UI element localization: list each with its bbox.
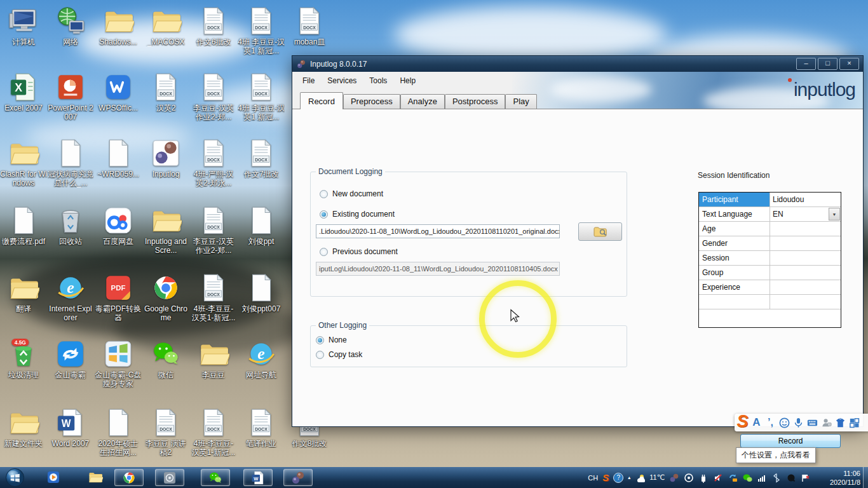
radio-icon[interactable] [316, 351, 324, 359]
session-field-cell[interactable]: Gender [699, 236, 770, 250]
menu-item-help[interactable]: Help [393, 73, 422, 88]
desktop-icon[interactable]: e网址导航 [238, 338, 285, 379]
profile-icon[interactable] [820, 416, 832, 430]
bluetooth-icon[interactable] [771, 473, 782, 483]
desktop-icon[interactable]: Shadows... [95, 5, 142, 46]
volume-muted-icon[interactable] [713, 473, 723, 483]
desktop-icon[interactable]: DOCX4班-李豆豆-汉英1-新冠... [190, 272, 237, 322]
session-value-cell[interactable]: Lidoudou [770, 193, 841, 207]
session-value-cell[interactable] [770, 266, 841, 280]
desktop-icon[interactable]: DOCX作文6批改 [190, 5, 237, 46]
temperature[interactable]: 11℃ [649, 473, 665, 482]
ime-indicator[interactable]: CH [588, 474, 598, 482]
existing-document-radio[interactable]: Existing document [320, 210, 395, 219]
desktop-icon[interactable]: DOCX李豆豆 演讲稿2 [142, 407, 189, 457]
desktop-icon[interactable]: DOCX作文7批改 [238, 137, 285, 179]
taskbar-button-windows-media-player[interactable] [46, 470, 62, 486]
desktop-icon[interactable]: DOCX4班-李豆豆-汉英1-新冠... [190, 407, 237, 457]
previous-document-path-field[interactable]: iputLog\Lidoudou\2020-11-08_11\WordLog_L… [316, 262, 560, 276]
taskbar-button-chrome[interactable] [114, 469, 144, 486]
none-radio[interactable]: None [316, 336, 347, 344]
desktop-icon[interactable]: 金山毒霸-C盘瘦身专家 [95, 338, 142, 388]
desktop-icon[interactable]: 4.5G垃圾清理 [0, 338, 47, 379]
tab-postprocess[interactable]: Postprocess [445, 94, 506, 109]
desktop-icon[interactable]: 刘俊ppt007 [238, 272, 285, 313]
desktop-icon[interactable]: Inputlog and Scre... [142, 205, 189, 255]
desktop-icon[interactable]: 新建文件夹 [0, 407, 47, 448]
taskbar-button-wechat[interactable] [201, 469, 230, 486]
menu-item-services[interactable]: Services [321, 73, 363, 88]
sync-icon[interactable] [728, 473, 738, 483]
session-value-cell[interactable] [770, 295, 841, 309]
taskbar-button-inputlog[interactable] [283, 469, 313, 486]
desktop-icon[interactable]: DOCX4班 李豆豆-汉英1 新冠... [238, 5, 285, 55]
desktop-icon[interactable]: 刘俊ppt [238, 205, 285, 246]
minimize-button[interactable]: – [796, 58, 816, 70]
desktop-icon[interactable]: DOCX4班-严熙-汉英2-郑永... [190, 137, 237, 187]
toolbox-icon[interactable] [848, 416, 860, 430]
start-button[interactable] [5, 468, 25, 487]
dropdown-button[interactable]: ▼ [829, 208, 840, 220]
new-document-radio[interactable]: New document [320, 189, 383, 198]
taskbar-button-word[interactable]: W [243, 469, 273, 486]
desktop-icon[interactable]: XExcel 2007 [0, 71, 47, 112]
punctuation-icon[interactable]: ’, [764, 416, 776, 430]
taskbar-button-explorer[interactable] [88, 470, 104, 486]
help-icon[interactable]: ? [613, 473, 623, 483]
desktop-icon[interactable]: DOCXmoban皿 [286, 5, 333, 46]
show-desktop-button[interactable] [863, 467, 868, 488]
existing-document-path-field[interactable]: .Lidoudou\2020-11-08_10\WordLog_Lidoudou… [316, 224, 560, 238]
desktop-icon[interactable]: 翻译 [0, 272, 47, 313]
taskbar-clock[interactable]: 11:06 2020/11/8 [830, 469, 860, 487]
maximize-button[interactable]: □ [818, 58, 837, 70]
action-center-icon[interactable] [801, 473, 811, 483]
desktop-icon[interactable]: PowerPoint 2007 [47, 71, 94, 121]
desktop-icon[interactable]: 李豆豆 [190, 338, 237, 379]
desktop-icon[interactable]: _MACOSX [142, 5, 189, 46]
copy-task-radio[interactable]: Copy task [316, 350, 362, 359]
sogou-tray-icon[interactable]: S [602, 472, 609, 483]
desktop-icon[interactable]: 2020年硕士生招生网... [95, 407, 142, 457]
desktop-icon[interactable]: 微信 [142, 338, 189, 379]
browse-button[interactable] [578, 222, 622, 241]
hidden-icons-arrow[interactable]: ▴ [628, 475, 630, 480]
tab-record[interactable]: Record [300, 92, 343, 109]
desktop-icon[interactable]: 金山毒霸 [47, 338, 94, 379]
tab-preprocess[interactable]: Preprocess [343, 94, 400, 109]
skin-icon[interactable] [834, 416, 846, 430]
session-field-cell[interactable]: Age [699, 222, 770, 236]
desktop-icon[interactable]: DOCX4班 李豆豆-汉英1 新冠... [238, 71, 285, 121]
session-value-cell[interactable] [770, 251, 841, 265]
desktop-icon[interactable]: ClashR for Windows [0, 137, 47, 187]
previous-document-radio[interactable]: Previous document [320, 247, 398, 256]
desktop-icon[interactable]: WWord 2007 [47, 407, 94, 448]
radio-icon-selected[interactable] [320, 210, 328, 219]
desktop-icon[interactable]: 回收站 [47, 205, 94, 246]
session-value-cell[interactable] [770, 280, 841, 294]
close-button[interactable]: × [839, 58, 859, 70]
session-value-cell[interactable] [770, 236, 841, 250]
window-titlebar[interactable]: Inputlog 8.0.0.17 – □ × [292, 56, 863, 72]
desktop-icon[interactable]: DOCX李豆豆-汉英 作业2-郑... [190, 71, 237, 121]
session-field-cell[interactable]: Text Language [699, 207, 770, 221]
dish-icon[interactable] [786, 473, 796, 483]
desktop-icon[interactable]: eInternet Explorer [47, 272, 94, 322]
session-field-cell[interactable]: Session [699, 251, 770, 265]
tab-analyze[interactable]: Analyze [400, 94, 445, 109]
desktop-icon[interactable]: WPSOffic... [95, 71, 142, 112]
desktop-icon[interactable]: DOCX李豆豆-汉英 作业2-郑... [190, 205, 237, 255]
session-field-cell[interactable]: Participant [699, 193, 770, 207]
radio-icon[interactable] [320, 190, 328, 198]
recorder-icon[interactable] [684, 473, 694, 483]
letter-a-icon[interactable]: A [750, 416, 763, 430]
session-value-cell[interactable] [770, 222, 841, 236]
desktop-icon[interactable]: PDF毒霸PDF转换器 [95, 272, 142, 322]
wechat-tray-icon[interactable] [742, 473, 752, 483]
desktop-icon[interactable]: Google Chrome [142, 272, 189, 322]
radio-icon[interactable] [320, 248, 328, 256]
desktop-icon[interactable]: 缴费流程.pdf [0, 205, 47, 246]
session-value-cell[interactable]: EN▼ [770, 207, 841, 221]
desktop-icon[interactable]: DOCX笔译作业 [238, 407, 285, 448]
power-icon[interactable] [698, 473, 709, 483]
desktop-icon[interactable]: DOCX汉英2 [142, 71, 189, 112]
